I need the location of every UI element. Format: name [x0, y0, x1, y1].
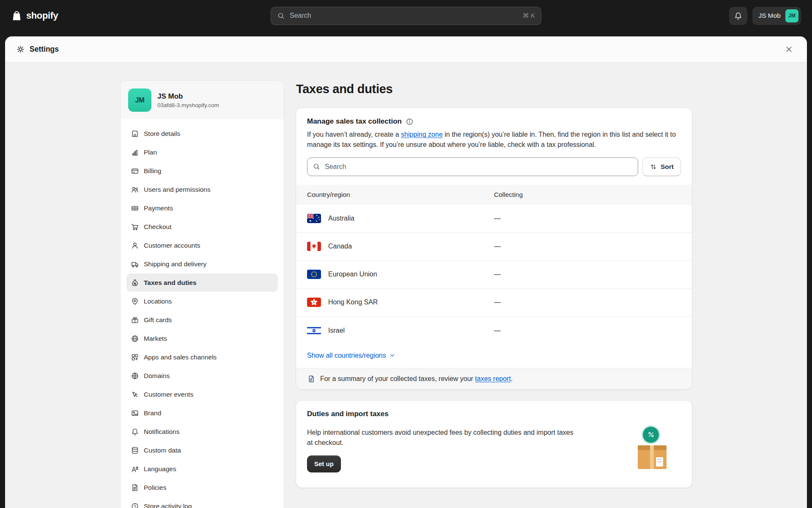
- sidebar-item-apps-and-sales-channels[interactable]: Apps and sales channels: [126, 348, 278, 366]
- policies-icon: [131, 483, 139, 492]
- footer-text: For a summary of your collected taxes, r…: [320, 375, 513, 383]
- settings-main: Taxes and duties Manage sales tax collec…: [296, 80, 692, 488]
- customer-events-icon: [131, 390, 139, 399]
- sidebar-item-billing[interactable]: Billing: [126, 162, 278, 180]
- collecting-value: —: [494, 271, 681, 278]
- collecting-value: —: [494, 243, 681, 250]
- tax-collection-card: Manage sales tax collection If you haven…: [296, 108, 692, 389]
- settings-nav: Store details Plan Billing Users and per…: [121, 119, 284, 508]
- footer-text-after: .: [511, 375, 513, 382]
- table-row[interactable]: Hong Kong SAR —: [296, 289, 692, 317]
- sidebar-item-gift-cards[interactable]: Gift cards: [126, 311, 278, 329]
- table-row[interactable]: Australia —: [296, 205, 692, 233]
- sidebar-item-languages[interactable]: Languages: [126, 460, 278, 478]
- table-row[interactable]: European Union —: [296, 261, 692, 289]
- settings-sidebar: JM JS Mob 03afd8-3.myshopify.com Store d…: [120, 80, 284, 508]
- percent-badge-icon: [643, 427, 659, 443]
- flag-hong-kong: [307, 298, 321, 307]
- info-icon[interactable]: [406, 118, 414, 126]
- duties-card-title: Duties and import taxes: [307, 410, 681, 418]
- sidebar-item-policies[interactable]: Policies: [126, 478, 278, 497]
- custom-data-icon: [131, 446, 139, 455]
- brand-icon: [131, 409, 139, 417]
- table-row[interactable]: Canada —: [296, 233, 692, 261]
- payments-icon: [131, 204, 139, 213]
- search-icon: [313, 163, 321, 171]
- notifications-button[interactable]: [729, 7, 747, 25]
- sort-icon: [650, 163, 657, 171]
- store-header: JM JS Mob 03afd8-3.myshopify.com: [121, 81, 284, 119]
- sort-button[interactable]: Sort: [642, 157, 681, 176]
- apps-icon: [131, 353, 139, 362]
- chevron-down-icon: [389, 352, 396, 359]
- shopify-logo[interactable]: shopify: [11, 10, 58, 22]
- topbar-actions: JS Mob JM: [729, 7, 801, 25]
- plan-icon: [131, 148, 139, 157]
- sidebar-item-users-and-permissions[interactable]: Users and permissions: [126, 180, 278, 199]
- sidebar-item-customer-accounts[interactable]: Customer accounts: [126, 236, 278, 254]
- description-text: If you haven’t already, create a: [307, 131, 401, 138]
- percent-icon: [647, 431, 655, 439]
- sidebar-item-store-details[interactable]: Store details: [126, 124, 278, 143]
- sidebar-item-markets[interactable]: Markets: [126, 329, 278, 348]
- search-icon: [277, 12, 285, 20]
- sidebar-item-notifications[interactable]: Notifications: [126, 422, 278, 441]
- store-domain: 03afd8-3.myshopify.com: [157, 102, 219, 108]
- flag-australia: [307, 214, 321, 223]
- show-all-link[interactable]: Show all countries/regions: [307, 352, 396, 359]
- notifications-icon: [131, 428, 139, 436]
- tax-card-title: Manage sales tax collection: [307, 117, 402, 126]
- shipping-icon: [131, 260, 139, 268]
- sidebar-item-brand[interactable]: Brand: [126, 404, 278, 422]
- collecting-value: —: [494, 327, 681, 334]
- sidebar-item-checkout[interactable]: Checkout: [126, 218, 278, 236]
- sidebar-item-payments[interactable]: Payments: [126, 199, 278, 217]
- sidebar-item-store-activity-log[interactable]: Store activity log: [126, 497, 278, 508]
- duties-illustration: [638, 427, 668, 474]
- search-shortcut: ⌘ K: [523, 12, 535, 19]
- markets-icon: [131, 334, 139, 343]
- store-name: JS Mob: [157, 92, 219, 101]
- sidebar-item-plan[interactable]: Plan: [126, 143, 278, 161]
- gear-icon: [16, 45, 25, 54]
- duties-description: Help international customers avoid unexp…: [307, 428, 573, 448]
- user-menu[interactable]: JS Mob JM: [752, 7, 801, 25]
- sidebar-item-custom-data[interactable]: Custom data: [126, 441, 278, 459]
- table-row[interactable]: Israel —: [296, 317, 692, 345]
- shipping-zone-link[interactable]: shipping zone: [401, 131, 443, 138]
- billing-icon: [131, 167, 139, 175]
- shopify-bag-icon: [11, 10, 22, 22]
- country-table: Australia — Canada — European Union — Ho…: [296, 205, 692, 345]
- locations-icon: [131, 297, 139, 306]
- set-up-button[interactable]: Set up: [307, 456, 341, 472]
- duties-card: Duties and import taxes Help internation…: [296, 400, 692, 488]
- sidebar-item-taxes-and-duties[interactable]: Taxes and duties: [126, 273, 278, 292]
- customer-accounts-icon: [131, 241, 139, 250]
- package-box-icon: [638, 445, 667, 469]
- shopify-admin: shopify Search ⌘ K JS Mob JM Settings: [0, 0, 812, 508]
- taxes-report-link[interactable]: taxes report: [475, 375, 510, 382]
- tax-card-footer: For a summary of your collected taxes, r…: [296, 368, 692, 389]
- settings-title-group: Settings: [16, 45, 59, 54]
- show-all-label: Show all countries/regions: [307, 352, 386, 359]
- shopify-wordmark: shopify: [26, 10, 58, 21]
- column-country-region: Country/region: [307, 191, 494, 199]
- sidebar-item-shipping-and-delivery[interactable]: Shipping and delivery: [126, 255, 278, 273]
- close-button[interactable]: [782, 42, 796, 57]
- store-avatar: JM: [128, 88, 151, 112]
- avatar: JM: [785, 9, 798, 22]
- report-icon: [307, 375, 315, 383]
- flag-european-union: [307, 270, 321, 279]
- languages-icon: [131, 465, 139, 473]
- country-search: [307, 157, 638, 176]
- taxes-icon: [131, 279, 139, 287]
- sidebar-item-customer-events[interactable]: Customer events: [126, 385, 278, 403]
- settings-body: JM JS Mob 03afd8-3.myshopify.com Store d…: [5, 63, 807, 508]
- close-icon: [785, 45, 793, 53]
- sidebar-item-domains[interactable]: Domains: [126, 367, 278, 385]
- flag-israel: [307, 326, 321, 335]
- global-search[interactable]: Search ⌘ K: [271, 7, 541, 25]
- store-icon: [131, 130, 139, 138]
- country-search-input[interactable]: [307, 157, 638, 176]
- sidebar-item-locations[interactable]: Locations: [126, 292, 278, 310]
